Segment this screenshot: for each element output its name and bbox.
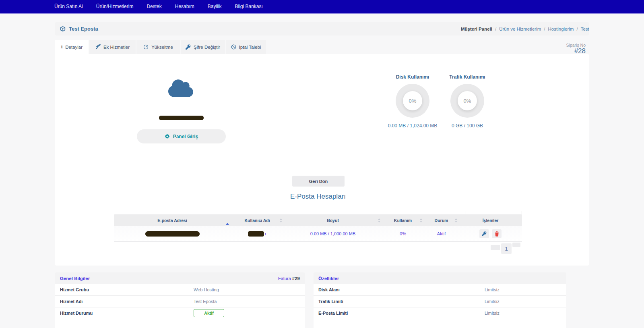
invoice-number: #29 — [292, 276, 300, 281]
page-header-bar: Test Eposta Müşteri Paneli / Ürün ve Hiz… — [55, 22, 589, 35]
cloud-icon — [168, 78, 193, 100]
features-header: Özellikler — [314, 272, 566, 284]
features-panel: Özellikler Disk Alanı Limitsiz Trafik Li… — [314, 272, 566, 328]
breadcrumb-root[interactable]: Müşteri Paneli — [461, 27, 492, 31]
info-row-service-name: Hizmet Adı Test Eposta — [55, 296, 305, 307]
feature-row-disk: Disk Alanı Limitsiz — [314, 284, 566, 296]
breadcrumb: Müşteri Paneli / Ürün ve Hizmetlerim / H… — [461, 22, 589, 35]
table-popover-artifact — [466, 211, 522, 214]
tabs-bar: i Detaylar Ek Hizmetler Yükseltme Şifre … — [55, 40, 589, 54]
sort-icon — [280, 218, 282, 222]
panel-login-button[interactable]: Panel Giriş — [137, 129, 226, 143]
key-icon — [186, 44, 191, 50]
delete-account-button[interactable] — [492, 229, 502, 238]
info-row-service-group: Hizmet Grubu Web Hosting — [55, 284, 305, 296]
table-row: r 0.00 MB / 1,000.00 MB 0% Aktif — [114, 226, 522, 242]
cell-username: r — [231, 231, 284, 237]
general-info-title: Genel Bilgiler — [60, 276, 90, 281]
page-title: Test Eposta — [69, 26, 98, 32]
email-accounts-table: E-posta Adresi Kullanıcı Adı Boyut Kulla… — [114, 214, 522, 242]
info-icon: i — [61, 44, 62, 50]
pagination-next-button[interactable] — [512, 243, 520, 247]
general-info-header: Genel Bilgiler Fatura #29 — [55, 272, 305, 284]
tab-detaylar[interactable]: i Detaylar — [55, 40, 89, 54]
column-header-status[interactable]: Durum — [424, 214, 459, 226]
service-detail-panel: Panel Giriş Disk Kullanımı 0% 0.00 MB / … — [55, 54, 589, 266]
pagination-prev-button[interactable] — [491, 245, 500, 250]
cell-status: Aktif — [424, 231, 459, 236]
redacted-service-hostname — [159, 116, 204, 120]
column-header-email[interactable]: E-posta Adresi — [114, 214, 231, 226]
features-title: Özellikler — [318, 276, 339, 281]
sort-icon — [455, 218, 457, 222]
back-button[interactable]: Geri Dön — [292, 176, 345, 187]
traffic-usage-donut: 0% — [450, 84, 484, 118]
column-header-size[interactable]: Boyut — [284, 214, 382, 226]
trash-icon — [495, 231, 499, 237]
ban-icon — [231, 44, 236, 50]
disk-usage-donut: 0% — [396, 84, 429, 118]
cell-email — [114, 231, 231, 237]
package-icon — [60, 26, 66, 32]
traffic-usage-percent: 0% — [458, 91, 477, 110]
general-info-panel: Genel Bilgiler Fatura #29 Hizmet Grubu W… — [55, 272, 305, 328]
breadcrumb-hostings[interactable]: Hostinglerim — [548, 27, 574, 31]
info-row-service-status: Hizmet Durumu Aktif — [55, 307, 305, 319]
tab-yukseltme[interactable]: Yükseltme — [136, 40, 180, 54]
gauge-icon — [143, 44, 149, 50]
column-header-username[interactable]: Kullanıcı Adı — [231, 214, 284, 226]
sort-asc-icon — [226, 218, 229, 223]
order-number-block: Sipariş No #28 — [566, 43, 586, 55]
invoice-link[interactable]: Fatura #29 — [278, 276, 300, 281]
breadcrumb-products[interactable]: Ürün ve Hizmetlerim — [499, 27, 541, 31]
email-accounts-title: E-Posta Hesapları — [114, 193, 522, 201]
gear-icon — [165, 134, 170, 139]
feature-row-traffic: Trafik Limiti Limitsiz — [314, 296, 566, 307]
tab-sifre-degistir[interactable]: Şifre Değiştir — [181, 40, 225, 54]
cell-actions — [459, 229, 522, 238]
sort-icon — [420, 218, 422, 222]
traffic-usage-detail: 0 GB / 100 GB — [427, 123, 508, 129]
cell-usage: 0% — [382, 231, 424, 236]
sort-icon — [378, 218, 380, 222]
change-password-button[interactable] — [479, 229, 489, 238]
redacted-username — [248, 231, 264, 237]
content-container: Test Eposta Müşteri Paneli / Ürün ve Hiz… — [55, 0, 589, 328]
column-header-usage[interactable]: Kullanım — [382, 214, 424, 226]
cell-size: 0.00 MB / 1,000.00 MB — [284, 231, 382, 236]
redacted-email-address — [145, 231, 200, 237]
breadcrumb-current[interactable]: Test Eposta — [581, 27, 589, 31]
feature-row-email: E-Posta Limiti Limitsiz — [314, 307, 566, 319]
table-header-row: E-posta Adresi Kullanıcı Adı Boyut Kulla… — [114, 214, 522, 226]
column-header-actions: İşlemler — [459, 214, 522, 226]
tab-ek-hizmetler[interactable]: Ek Hizmetler — [89, 40, 136, 54]
traffic-usage-title: Trafik Kullanımı — [435, 74, 500, 80]
rocket-icon — [95, 44, 101, 50]
tab-iptal-talebi[interactable]: İptal Talebi — [226, 40, 266, 54]
key-icon — [482, 231, 487, 236]
pagination-page-1[interactable]: 1 — [501, 243, 512, 254]
disk-usage-percent: 0% — [403, 91, 422, 110]
status-badge: Aktif — [194, 309, 224, 317]
